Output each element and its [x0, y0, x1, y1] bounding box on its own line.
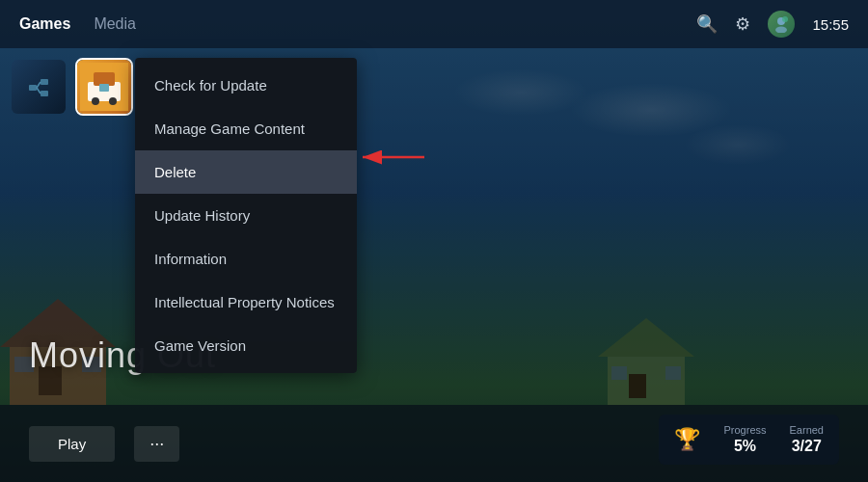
svg-rect-3 — [29, 85, 37, 91]
progress-stat: Progress 5% — [723, 424, 766, 455]
menu-game-version[interactable]: Game Version — [135, 324, 357, 367]
nav-bar: Games Media — [19, 12, 696, 37]
svg-rect-10 — [94, 72, 115, 86]
progress-label: Progress — [723, 424, 766, 436]
menu-manage-content[interactable]: Manage Game Content — [135, 107, 357, 150]
svg-rect-4 — [41, 79, 48, 85]
svg-rect-13 — [99, 84, 109, 92]
thumbnails-row — [10, 58, 133, 116]
svg-line-6 — [37, 82, 41, 88]
clock: 15:55 — [812, 16, 849, 33]
svg-rect-5 — [41, 91, 48, 96]
earned-stat: Earned 3/27 — [790, 424, 824, 455]
bottom-bar: Play ··· 🏆 Progress 5% Earned 3/27 — [0, 405, 868, 482]
thumbnail-moving-out[interactable] — [75, 58, 133, 116]
menu-check-update[interactable]: Check for Update — [135, 64, 357, 107]
arrow-icon — [355, 143, 432, 172]
arrow-indicator — [355, 143, 432, 172]
menu-ip-notices[interactable]: Intellectual Property Notices — [135, 281, 357, 324]
gear-icon[interactable]: ⚙ — [735, 13, 750, 35]
svg-point-11 — [92, 97, 99, 105]
svg-point-1 — [775, 27, 787, 34]
moving-out-thumbnail — [80, 63, 128, 111]
svg-point-12 — [109, 97, 117, 105]
nav-media[interactable]: Media — [94, 12, 136, 37]
progress-card: 🏆 Progress 5% Earned 3/27 — [659, 415, 839, 465]
topbar-right: 🔍 ⚙ 15:55 — [696, 11, 849, 38]
search-icon[interactable]: 🔍 — [696, 13, 718, 35]
action-buttons: Play ··· — [29, 426, 179, 462]
earned-label: Earned — [790, 424, 824, 436]
svg-point-2 — [782, 16, 788, 22]
menu-update-history[interactable]: Update History — [135, 194, 357, 237]
avatar[interactable] — [768, 11, 795, 38]
menu-delete[interactable]: Delete — [135, 150, 357, 194]
trophy-icon: 🏆 — [674, 427, 700, 452]
progress-value: 5% — [723, 438, 766, 455]
nav-games[interactable]: Games — [19, 12, 70, 37]
play-button[interactable]: Play — [29, 426, 115, 462]
avatar-icon — [773, 15, 790, 33]
more-button[interactable]: ··· — [134, 426, 179, 462]
svg-line-7 — [37, 88, 41, 94]
sharefactory-icon — [27, 77, 50, 96]
earned-value: 3/27 — [790, 438, 824, 455]
thumbnail-sharefactory[interactable] — [10, 58, 68, 116]
topbar: Games Media 🔍 ⚙ 15:55 — [0, 0, 868, 48]
menu-information[interactable]: Information — [135, 237, 357, 281]
context-menu: Check for Update Manage Game Content Del… — [135, 58, 357, 373]
